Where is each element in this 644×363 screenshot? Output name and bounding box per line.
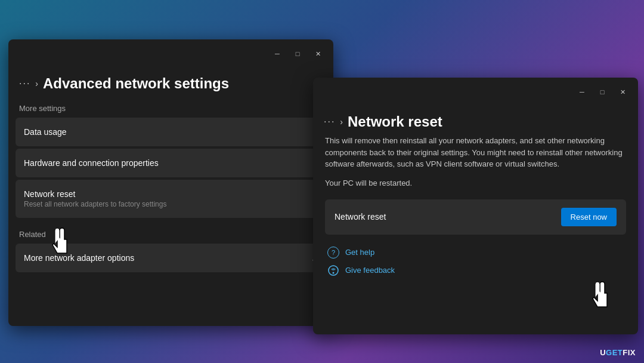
more-adapter-options-item[interactable]: More network adapter options ↗	[16, 244, 326, 272]
window-header-right: ··· › Network reset	[313, 106, 638, 135]
watermark-accent: GET	[606, 348, 623, 357]
svg-point-1	[333, 272, 335, 273]
page-title-left: Advanced network settings	[43, 75, 229, 92]
network-reset-window: ─ □ ✕ ··· › Network reset This will remo…	[313, 78, 638, 334]
window-header-left: ··· › Advanced network settings	[8, 68, 333, 97]
network-reset-subtitle-left: Reset all network adapters to factory se…	[24, 200, 166, 208]
minimize-button-left[interactable]: ─	[269, 45, 286, 62]
network-reset-title-left: Network reset	[24, 189, 166, 199]
title-bar-right: ─ □ ✕	[313, 78, 638, 106]
network-reset-item-left[interactable]: Network reset Reset all network adapters…	[16, 180, 326, 218]
restart-notice: Your PC will be restarted.	[325, 179, 626, 187]
help-links: ? Get help Give feedback	[325, 247, 626, 276]
related-label: Related	[8, 220, 333, 244]
more-adapter-options-title: More network adapter options	[24, 253, 134, 263]
more-settings-label: More settings	[8, 97, 333, 118]
data-usage-item[interactable]: Data usage ›	[16, 118, 326, 146]
hardware-connection-item[interactable]: Hardware and connection properties ›	[16, 149, 326, 177]
page-title-right: Network reset	[348, 113, 442, 130]
give-feedback-link[interactable]: Give feedback	[327, 264, 626, 276]
get-help-icon: ?	[327, 247, 339, 259]
hardware-connection-title: Hardware and connection properties	[24, 158, 159, 168]
watermark: UGETFIX	[600, 348, 636, 357]
give-feedback-icon	[327, 264, 339, 276]
give-feedback-label: Give feedback	[345, 266, 395, 275]
advanced-network-settings-window: ─ □ ✕ ··· › Advanced network settings Mo…	[8, 39, 333, 326]
get-help-label: Get help	[345, 248, 374, 257]
breadcrumb-arrow-left: ›	[35, 79, 38, 88]
maximize-button-left[interactable]: □	[289, 45, 306, 62]
dots-menu-icon[interactable]: ···	[19, 78, 30, 89]
close-button-left[interactable]: ✕	[309, 45, 326, 62]
description-text: This will remove then reinstall all your…	[325, 135, 626, 170]
dots-menu-icon-right[interactable]: ···	[324, 116, 335, 127]
network-reset-body: This will remove then reinstall all your…	[313, 135, 638, 288]
reset-action-label: Network reset	[335, 212, 386, 222]
get-help-link[interactable]: ? Get help	[327, 247, 626, 259]
settings-list: Data usage › Hardware and connection pro…	[8, 118, 333, 218]
data-usage-title: Data usage	[24, 127, 67, 137]
breadcrumb-arrow-right: ›	[340, 117, 343, 127]
maximize-button-right[interactable]: □	[594, 84, 611, 100]
close-button-right[interactable]: ✕	[614, 84, 631, 100]
title-bar-left: ─ □ ✕	[8, 39, 333, 68]
reset-action-row: Network reset Reset now	[325, 199, 626, 235]
minimize-button-right[interactable]: ─	[574, 84, 590, 100]
reset-now-button[interactable]: Reset now	[561, 208, 617, 226]
